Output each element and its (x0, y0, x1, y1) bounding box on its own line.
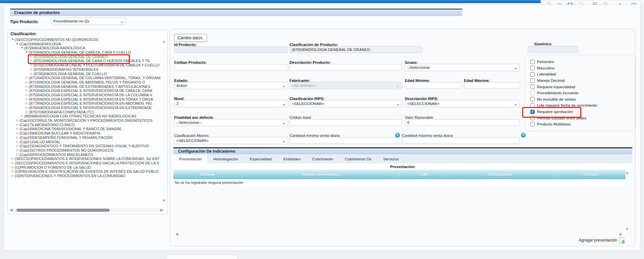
checkbox[interactable] (530, 79, 535, 83)
tree-item[interactable]: ▼ (SECC01)PROCEDIMIENTOS NO QUIRÚRGICOS (8, 38, 161, 42)
tab[interactable]: Servicios (377, 154, 405, 163)
tree-item[interactable]: ▷ (88)IMAGENOLOGÍA CON OTRAS TÉCNICAS NO… (8, 114, 161, 118)
tree-expander-icon[interactable]: ▷ (24, 110, 29, 114)
tree-expander-icon[interactable]: ▷ (15, 148, 19, 153)
tree-expander-icon[interactable]: ▷ (10, 169, 15, 174)
estado-select[interactable]: Activo⌄ (174, 82, 288, 89)
tree-expander-icon[interactable]: ▷ (29, 72, 34, 76)
tree-expander-icon[interactable]: ▷ (10, 165, 15, 170)
tree-item[interactable]: ▷ (873)RADIOLOGÍA GENERAL DE EXTREMIDADE… (8, 85, 161, 89)
tree-item[interactable]: ▷ (872)RADIOLOGÍA GENERAL DE ABDOMEN, PE… (8, 80, 161, 85)
tree-item[interactable]: ▷ (879)TOMOGRAFÍA COMPUTADA (TC) (8, 110, 161, 114)
change-data-button[interactable]: Cambio datos. (174, 34, 207, 42)
tree-expander-icon[interactable]: ▷ (24, 76, 29, 80)
tree-item[interactable]: ▷ (I3)INTERVENCIONES Y PROCEDIMIENTOS EN… (8, 174, 161, 178)
tree-item[interactable]: ▷ (8703)TOMOGRAFÍA LINEAL Y POLITOMOGRAF… (8, 63, 161, 67)
checkbox[interactable] (530, 66, 535, 70)
scroll-down-icon[interactable]: ▼ (626, 227, 629, 231)
tree-expander-icon[interactable]: ▼ (15, 42, 19, 46)
edad-maxima-input[interactable] (464, 82, 520, 89)
scroll-up-icon[interactable]: ▲ (626, 171, 629, 174)
scroll-left-icon[interactable]: ◀ (10, 208, 13, 212)
checkbox[interactable] (530, 97, 535, 101)
tree-item[interactable]: ▷ (Cap23)OTROS PROCEDIMIENTOS NO QUIRÚRG… (8, 148, 161, 153)
checkbox[interactable] (530, 72, 535, 76)
tree-expander-icon[interactable]: ▼ (20, 46, 24, 50)
clasificacion-rips-select[interactable]: <SELECCIONAR>⌄ (289, 100, 402, 107)
codigo-producto-input[interactable] (174, 64, 288, 71)
tree-expander-icon[interactable]: ▷ (29, 55, 34, 59)
codigo-legal-input[interactable] (289, 119, 402, 126)
grupo-select[interactable]: --Seleccionar⌄ (405, 64, 520, 71)
scroll-right-icon[interactable]: ▶ (160, 208, 163, 212)
tree-expander-icon[interactable]: ▷ (20, 114, 24, 118)
tree-expander-icon[interactable]: ▷ (15, 118, 19, 123)
finalidad-select[interactable]: --Seleccionar--⌄ (174, 119, 288, 126)
descripcion-rips-select[interactable]: <SELECCIONAR>⌄ (405, 100, 520, 107)
tree-expander-icon[interactable]: ▷ (29, 59, 34, 63)
nivel-select[interactable]: 2⌄ (174, 100, 288, 107)
tree-expander-icon[interactable]: ▼ (10, 38, 15, 42)
tree-item[interactable]: ▷ (SECC02)PROCEDIMIENTOS E INTERVENCIONE… (8, 157, 161, 161)
help-icon[interactable] (395, 133, 400, 138)
valor-razonable-input[interactable] (405, 119, 520, 126)
tree-item[interactable]: ▷ (876)RADIOLOGÍA ESPECIAL E INTERVENCIO… (8, 97, 161, 102)
tree-item[interactable]: ▷ (874)RADIOLOGÍA ESPECIAL E INTERVENCIO… (8, 89, 161, 93)
tree-expander-icon[interactable]: ▷ (29, 63, 34, 67)
tree-item[interactable]: ▷ (Cap24)PROCEDIMIENTOS MISCELÁNEOS (8, 153, 161, 157)
tree-expander-icon[interactable]: ▷ (15, 140, 19, 144)
tree-item[interactable]: ▷ (I1)PROMOCION O FOMENTO DE LA SALUD (8, 165, 161, 170)
tree-expander-icon[interactable]: ▷ (24, 97, 29, 102)
tree-expander-icon[interactable]: ▷ (15, 144, 19, 148)
tab[interactable]: Cubrimiento (307, 154, 339, 163)
scroll-up-icon[interactable]: ▲ (162, 40, 166, 43)
checkbox[interactable] (530, 116, 535, 120)
tree-horizontal-scrollbar[interactable]: ◀ ▶ (9, 208, 164, 212)
tree-item[interactable]: ▷ (878)RADIOLOGÍA ESPECIAL E INTERVENCIO… (8, 106, 161, 110)
tree-item[interactable]: ▷ (8704)RADIOGRAFÍAS INTRAORALES (8, 67, 161, 72)
tree-item[interactable]: ▼ (870)RADIOLOGÍA GENERAL DE CABEZA, CAR… (8, 50, 161, 55)
tree-expander-icon[interactable]: ▷ (10, 161, 15, 165)
tree-item[interactable]: ▷ (875)RADIOLOGÍA ESPECIAL E INTERVENCIO… (8, 93, 161, 97)
clasificacion-mipres-select[interactable]: <SELECCIONAR>⌄ (174, 137, 288, 144)
tab[interactable]: Presentación (173, 154, 208, 163)
checkbox[interactable] (530, 103, 535, 108)
tree-vertical-scrollbar[interactable]: ▲ ▼ (162, 38, 166, 206)
scroll-left-icon[interactable]: ◀ (175, 232, 178, 236)
checkbox[interactable] (530, 85, 535, 89)
scrollbar-thumb[interactable] (16, 209, 110, 212)
tree-item[interactable]: ▷ (871)RADIOLOGÍA GENERAL DE COLUMNA VER… (8, 76, 161, 80)
scroll-right-icon[interactable]: ▶ (620, 232, 622, 236)
tree-expander-icon[interactable]: ▷ (24, 93, 29, 97)
tab[interactable]: Homologación (208, 154, 244, 163)
tree-item[interactable]: ▼ (87)IMAGENOLOGÍA RADIOLÓGICA (8, 46, 161, 50)
add-presentation-button[interactable]: Agregar presentación (579, 237, 625, 244)
tree-expander-icon[interactable]: ▷ (15, 131, 19, 136)
checkbox[interactable] (530, 91, 535, 95)
tree-item[interactable]: ▷ (Cap18)MEDICINA TRANSFUSIONAL Y BANCO … (8, 127, 161, 131)
help-icon[interactable] (521, 133, 526, 138)
tree-item[interactable]: ▼ (Cap15)IMAGENOLOGÍA (8, 42, 161, 46)
tree-expander-icon[interactable]: ▼ (24, 50, 29, 55)
tree-expander-icon[interactable]: ▷ (24, 106, 29, 110)
tree-expander-icon[interactable]: ▷ (15, 136, 19, 140)
tree-item[interactable]: ▷ (8706)RADIOLOGÍA GENERAL DE CUELLO (8, 72, 161, 76)
tree-item[interactable]: ▷ (SECC03)PROCEDIMIENTOS E INTERVENCIONE… (8, 161, 161, 165)
tree-expander-icon[interactable]: ▷ (24, 101, 29, 106)
scroll-down-icon[interactable]: ▼ (162, 199, 166, 202)
tree-item[interactable]: ▷ (Cap20)DESEMPEÑO FUNCIONAL Y REHABILIT… (8, 136, 161, 140)
tree-expander-icon[interactable]: ▷ (10, 157, 15, 161)
tree-expander-icon[interactable]: ▷ (29, 67, 34, 72)
descripcion-producto-input[interactable] (289, 64, 402, 71)
cantidad-minima-input[interactable] (289, 137, 402, 144)
tree-item[interactable]: ▷ (Cap19)MEDICINA NUCLEAR Y RADIOTERAPIA (8, 131, 161, 136)
tab[interactable]: Especialidad (244, 154, 278, 163)
tree-expander-icon[interactable]: ▷ (24, 80, 29, 85)
tree-expander-icon[interactable]: ▷ (24, 89, 29, 93)
checkbox[interactable] (530, 110, 535, 114)
tab[interactable]: Cubrimiento Dx (339, 154, 377, 163)
tree-item[interactable]: ▷ (8700)RADIOLOGÍA GENERAL DE CRÁNEO (8, 55, 161, 59)
tree-expander-icon[interactable]: ▷ (10, 174, 15, 178)
tree-expander-icon[interactable]: ▷ (15, 123, 19, 127)
tree-item[interactable]: ▷ (Cap21)SALUD MENTAL (8, 140, 161, 144)
